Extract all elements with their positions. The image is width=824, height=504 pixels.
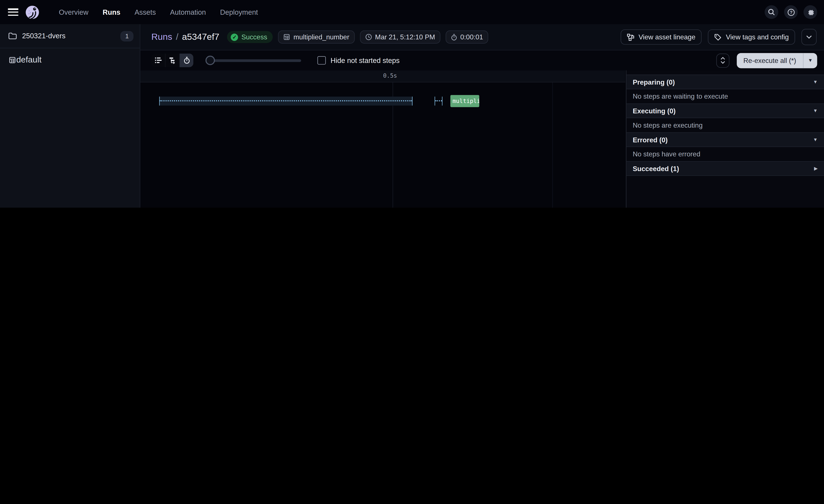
hide-not-started-label: Hide not started steps <box>331 56 400 64</box>
section-empty-message: No steps are executing <box>626 118 824 132</box>
check-icon: ✓ <box>231 33 238 41</box>
step-status-panel: Preparing (0)▼No steps are waiting to ex… <box>626 70 824 208</box>
view-asset-lineage-button[interactable]: View asset lineage <box>621 29 702 44</box>
search-icon[interactable] <box>765 5 778 19</box>
job-icon <box>283 33 290 40</box>
breadcrumb-separator: / <box>176 32 178 42</box>
run-count-badge: 1 <box>121 31 133 41</box>
expand-collapse-button[interactable] <box>716 53 729 68</box>
gantt-waiting-bar <box>159 97 412 106</box>
hamburger-menu-icon[interactable] <box>8 8 18 16</box>
reexecute-all-button[interactable]: Re-execute all (*) ▼ <box>736 53 817 68</box>
nav-item-deployment[interactable]: Deployment <box>220 8 258 16</box>
view-tags-config-button[interactable]: View tags and config <box>708 29 795 44</box>
run-tag[interactable]: 0:00:01 <box>445 30 489 44</box>
step-panel-section-header[interactable]: Executing (0)▼ <box>626 103 824 118</box>
topnav-actions: ? <box>765 5 817 19</box>
view-asset-lineage-label: View asset lineage <box>638 33 695 41</box>
main-content: Runs / a5347ef7 ✓ Success multiplied_num… <box>140 24 824 208</box>
status-label: Success <box>241 33 267 41</box>
reexecute-all-label[interactable]: Re-execute all (*) <box>736 53 803 68</box>
svg-text:?: ? <box>790 9 792 14</box>
run-actions-dropdown-button[interactable] <box>802 29 817 45</box>
sidebar-item-label: default <box>16 55 41 65</box>
top-nav: OverviewRunsAssetsAutomationDeployment ? <box>0 0 824 24</box>
clock-icon <box>365 33 372 40</box>
dagster-logo-icon[interactable] <box>24 4 40 20</box>
gantt-section: 0.5s multipli… Hide unselected steps Pr <box>140 70 824 208</box>
section-empty-message: No steps have errored <box>626 147 824 161</box>
nav-item-assets[interactable]: Assets <box>134 8 156 16</box>
gantt-view-mode-group <box>151 54 193 67</box>
waterfall-view-icon[interactable] <box>166 54 180 67</box>
code-location-label: 250321-dvers <box>22 32 66 40</box>
step-panel-section-header[interactable]: Succeeded (1)▶ <box>626 161 824 176</box>
chevron-down-icon <box>806 35 812 39</box>
status-badge: ✓ Success <box>227 31 273 43</box>
dagster-run-page: OverviewRunsAssetsAutomationDeployment ?… <box>0 0 824 208</box>
section-title: Succeeded (1) <box>633 165 679 172</box>
step-panel-section-header[interactable]: Preparing (0)▼ <box>626 75 824 89</box>
left-sidebar: 250321-dvers 1 default 250321-dvers ⟳ <box>0 24 140 208</box>
breadcrumb-runs-link[interactable]: Runs <box>151 32 172 42</box>
section-title: Preparing (0) <box>633 78 675 86</box>
run-header: Runs / a5347ef7 ✓ Success multiplied_num… <box>140 24 824 50</box>
hide-not-started-checkbox[interactable] <box>317 56 326 65</box>
gridline-right <box>552 82 553 208</box>
section-title: Executing (0) <box>633 107 676 115</box>
gantt-timeline: 0.5s <box>140 70 625 83</box>
gantt-step-box[interactable]: multipli… <box>450 95 479 107</box>
step-panel-section-header[interactable]: Errored (0)▼ <box>626 132 824 147</box>
flat-view-icon[interactable] <box>151 54 166 67</box>
run-tag[interactable]: multiplied_number <box>278 30 354 44</box>
lineage-icon <box>627 33 634 41</box>
slider-knob[interactable] <box>205 55 215 65</box>
asset-group-icon <box>8 56 16 64</box>
caret-down-icon: ▼ <box>813 137 818 142</box>
tag-icon <box>714 33 722 41</box>
run-tag-label: multiplied_number <box>294 33 349 41</box>
time-tick-label: 0.5s <box>383 73 397 80</box>
run-header-actions: View asset lineage View tags and config <box>621 29 817 45</box>
zoom-slider[interactable] <box>207 55 301 65</box>
nav-item-runs[interactable]: Runs <box>103 8 120 16</box>
run-id: a5347ef7 <box>182 32 219 42</box>
caret-right-icon: ▶ <box>814 166 818 171</box>
section-empty-message: No steps are waiting to execute <box>626 89 824 104</box>
sidebar-code-location[interactable]: 250321-dvers 1 <box>0 24 140 48</box>
timed-view-icon[interactable] <box>180 54 193 67</box>
section-title: Errored (0) <box>633 136 667 143</box>
gantt-toolbar: Hide not started steps Re-execute all (*… <box>140 50 824 70</box>
folder-icon <box>8 32 17 39</box>
settings-gear-icon[interactable] <box>803 5 817 19</box>
run-tag-label: Mar 21, 5:12:10 PM <box>375 33 435 41</box>
view-tags-config-label: View tags and config <box>726 33 789 41</box>
sidebar-item-default[interactable]: default <box>0 48 140 72</box>
run-tag-label: 0:00:01 <box>460 33 483 41</box>
nav-item-overview[interactable]: Overview <box>59 8 89 16</box>
slider-track[interactable] <box>214 59 301 61</box>
nav-items: OverviewRunsAssetsAutomationDeployment <box>59 8 258 16</box>
run-tag[interactable]: Mar 21, 5:12:10 PM <box>360 30 440 44</box>
caret-down-icon: ▼ <box>813 80 818 85</box>
help-icon[interactable]: ? <box>784 5 798 19</box>
reexecute-dropdown-caret[interactable]: ▼ <box>803 53 817 68</box>
run-tags: multiplied_numberMar 21, 5:12:10 PM0:00:… <box>273 30 489 44</box>
caret-down-icon: ▼ <box>813 108 818 113</box>
gantt-waiting-bar-segment <box>434 97 442 106</box>
timer-icon <box>451 33 457 41</box>
gantt-chart: 0.5s multipli… Hide unselected steps <box>140 70 625 208</box>
nav-item-automation[interactable]: Automation <box>170 8 206 16</box>
